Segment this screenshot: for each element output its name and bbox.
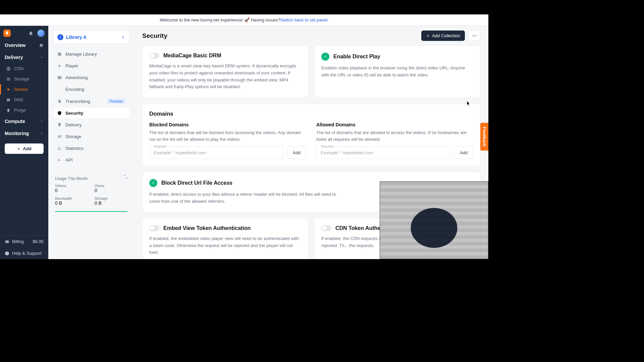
key-icon bbox=[57, 158, 62, 163]
blocked-domain-input[interactable] bbox=[150, 147, 283, 159]
sub-security[interactable]: Security bbox=[53, 108, 129, 119]
svg-point-16 bbox=[476, 35, 476, 36]
svg-rect-6 bbox=[5, 241, 9, 241]
brand-logo[interactable] bbox=[3, 29, 11, 37]
add-collection-button[interactable]: Add Collection bbox=[421, 31, 465, 41]
chevron-up-icon bbox=[40, 55, 44, 59]
nav-cdn[interactable]: CDN bbox=[0, 63, 48, 74]
notifications-icon[interactable] bbox=[28, 31, 34, 36]
library-sidebar: Library A Manage Library Player Advertis… bbox=[48, 26, 134, 259]
player-icon bbox=[57, 63, 62, 68]
feedback-tab[interactable]: Feedback bbox=[480, 123, 488, 150]
svg-point-13 bbox=[58, 159, 60, 161]
svg-rect-4 bbox=[7, 100, 10, 101]
sub-player[interactable]: Player bbox=[53, 60, 129, 71]
nav-overview[interactable]: Overview bbox=[0, 39, 48, 51]
usage-bandwidth-value: 0 B bbox=[55, 200, 88, 206]
domains-heading: Domains bbox=[149, 111, 473, 117]
top-banner: Welcome to the new bunny.net experience!… bbox=[0, 14, 488, 26]
embed-token-card: Embed View Token Authentication If enabl… bbox=[142, 218, 308, 259]
allowed-domain-add-button[interactable]: Add bbox=[454, 146, 473, 159]
svg-point-15 bbox=[474, 35, 475, 36]
svg-rect-2 bbox=[7, 79, 10, 80]
sub-manage-library[interactable]: Manage Library bbox=[53, 49, 129, 60]
library-icon bbox=[57, 52, 62, 57]
sub-advertising[interactable]: Advertising bbox=[53, 72, 129, 83]
block-direct-toggle[interactable] bbox=[149, 179, 157, 187]
usage-storage-value: 0 B bbox=[95, 200, 127, 206]
library-selector[interactable]: Library A bbox=[53, 31, 129, 44]
svg-point-14 bbox=[472, 35, 473, 36]
usage-videos-label: Videos bbox=[55, 184, 88, 188]
nav-compute-section[interactable]: Compute bbox=[0, 115, 48, 127]
disk-icon bbox=[57, 134, 62, 139]
nav-compute-label: Compute bbox=[5, 119, 25, 124]
block-direct-desc: If enabled, direct access to your files … bbox=[149, 191, 344, 205]
direct-play-toggle[interactable] bbox=[321, 53, 329, 61]
banner-link[interactable]: Switch back to old panel bbox=[280, 17, 327, 22]
help-icon: ? bbox=[5, 251, 9, 256]
svg-rect-3 bbox=[7, 98, 10, 100]
nav-monitoring-section[interactable]: Monitoring bbox=[0, 127, 48, 139]
sub-encoding[interactable]: Encoding bbox=[53, 84, 129, 95]
allowed-domain-input[interactable] bbox=[317, 147, 450, 159]
embed-token-desc: If enabled, the embedded video player vi… bbox=[149, 235, 301, 256]
preview-badge: Preview bbox=[107, 99, 125, 104]
user-avatar[interactable] bbox=[37, 29, 45, 37]
home-icon bbox=[39, 43, 44, 48]
svg-rect-9 bbox=[58, 53, 61, 56]
drm-toggle[interactable] bbox=[149, 53, 159, 59]
allowed-domains-desc: The list of domains that are allowed to … bbox=[316, 129, 473, 142]
ad-icon bbox=[57, 75, 62, 80]
block-direct-title: Block Direct Url File Access bbox=[161, 180, 232, 186]
sub-api[interactable]: API bbox=[53, 155, 129, 166]
library-name: Library A bbox=[66, 35, 118, 40]
plus-icon bbox=[426, 34, 430, 38]
sub-statistics[interactable]: Statistics bbox=[53, 143, 129, 154]
usage-title: Usage This Month bbox=[55, 176, 127, 181]
chevron-down-icon bbox=[40, 131, 44, 135]
transcribe-icon bbox=[57, 99, 62, 104]
nav-help[interactable]: ?Help & Support bbox=[0, 247, 48, 259]
purge-icon bbox=[6, 108, 11, 113]
usage-bandwidth-label: Bandwidth bbox=[55, 196, 88, 200]
globe-icon bbox=[6, 66, 11, 71]
sub-transcribing[interactable]: TranscribingPreview bbox=[53, 96, 129, 107]
billing-amount: $6.95 bbox=[33, 239, 44, 244]
nav-billing[interactable]: Billing $6.95 bbox=[0, 236, 48, 247]
drm-card: MediaCage Basic DRM MediaCage is a smart… bbox=[142, 46, 308, 98]
nav-storage[interactable]: Storage bbox=[0, 74, 48, 84]
blocked-domains-desc: The list of domains that will be blocked… bbox=[149, 129, 306, 142]
sub-storage[interactable]: Storage bbox=[53, 131, 129, 142]
nav-stream[interactable]: Stream bbox=[0, 84, 48, 95]
embed-token-title: Embed View Token Authentication bbox=[163, 225, 251, 231]
nav-overview-label: Overview bbox=[5, 43, 25, 48]
add-button[interactable]: Add bbox=[5, 143, 44, 154]
nav-dns[interactable]: DNS bbox=[0, 95, 48, 105]
banner-text: Welcome to the new bunny.net experience!… bbox=[160, 17, 280, 22]
sub-delivery[interactable]: Delivery bbox=[53, 119, 129, 130]
page-title: Security bbox=[142, 32, 167, 40]
chevron-down-icon bbox=[40, 119, 44, 123]
play-icon bbox=[57, 34, 63, 40]
chart-icon bbox=[57, 146, 62, 151]
cdn-token-toggle[interactable] bbox=[321, 225, 331, 231]
card-icon bbox=[5, 239, 9, 244]
nav-monitoring-label: Monitoring bbox=[5, 131, 29, 136]
usage-storage-label: Storage bbox=[95, 196, 127, 200]
more-actions-button[interactable] bbox=[468, 31, 480, 41]
embed-token-toggle[interactable] bbox=[149, 225, 159, 231]
usage-videos-value: 0 bbox=[55, 188, 88, 193]
blocked-domain-add-button[interactable]: Add bbox=[287, 146, 306, 159]
primary-sidebar: Overview Delivery CDN Storage Stream DNS… bbox=[0, 26, 48, 259]
drm-desc: MediaCage is a smart clear-key based DRM… bbox=[149, 63, 301, 90]
svg-rect-12 bbox=[58, 137, 61, 138]
check-icon bbox=[151, 181, 155, 185]
nav-purge[interactable]: Purge bbox=[0, 105, 48, 115]
expand-icon[interactable] bbox=[123, 174, 128, 179]
required-label: Required bbox=[320, 145, 335, 148]
direct-play-title: Enable Direct Play bbox=[333, 54, 380, 60]
shield-icon bbox=[57, 111, 62, 116]
usage-panel: Usage This Month Videos0 Views0 Bandwidt… bbox=[53, 173, 129, 215]
nav-delivery-section[interactable]: Delivery bbox=[0, 51, 48, 63]
